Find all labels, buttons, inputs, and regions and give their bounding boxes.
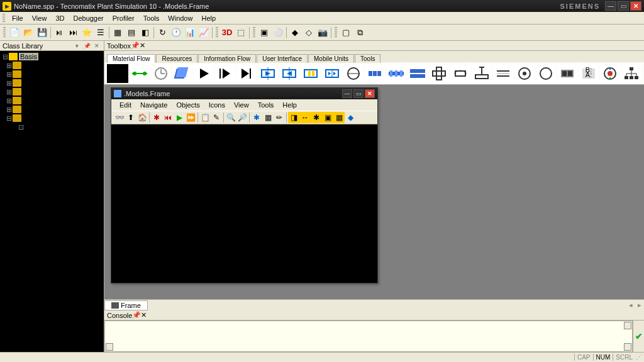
star-icon[interactable]: ⭐ (80, 26, 94, 40)
toolbar-icon[interactable]: ◧ (138, 26, 152, 40)
menu-profiler[interactable]: Profiler (108, 13, 139, 23)
profile2-icon[interactable]: ◇ (302, 26, 316, 40)
tab-user-interface[interactable]: User Interface (257, 54, 308, 63)
pin-icon[interactable]: 📌 (132, 311, 141, 319)
open-icon[interactable]: 📂 (21, 26, 35, 40)
menu-tools[interactable]: Tools (139, 13, 164, 23)
3d-open-icon[interactable]: ⬚ (234, 26, 248, 40)
frame-tab[interactable]: Frame (104, 300, 148, 310)
transferstation-icon[interactable]: B:A: (579, 65, 599, 82)
yellow4-icon[interactable]: ▣ (322, 112, 333, 123)
play-icon[interactable]: ▶ (174, 112, 185, 123)
menu-window[interactable]: Window (164, 13, 197, 23)
sub-maximize-button[interactable]: ▭ (353, 89, 364, 98)
up-icon[interactable]: ⬆ (125, 112, 136, 123)
tab-material-flow[interactable]: Material Flow (107, 54, 155, 63)
3d-label[interactable]: 3D (220, 26, 234, 40)
buffer-icon[interactable] (301, 65, 321, 82)
rewind-icon[interactable]: ⏮ (162, 112, 174, 123)
sub-menu-navigate[interactable]: Navigate (136, 100, 172, 110)
tab-resources[interactable]: Resources (156, 54, 197, 63)
clock-icon[interactable]: 🕐 (169, 26, 183, 40)
flowcontrol-icon[interactable] (514, 65, 535, 82)
tree-item[interactable]: ⊞ (1, 79, 103, 87)
maximize-button[interactable]: ▭ (618, 1, 629, 11)
pencil-icon[interactable]: ✏ (274, 112, 285, 123)
pin-icon[interactable]: 📌 (82, 41, 91, 50)
zoomin-icon[interactable]: 🔎 (236, 112, 248, 123)
scroll-up-icon[interactable] (624, 322, 631, 329)
sub-menu-view[interactable]: View (230, 100, 253, 110)
sub-minimize-button[interactable]: — (342, 89, 352, 98)
tree-item[interactable]: ⊞ (1, 61, 103, 70)
step-icon[interactable]: ⏭ (66, 26, 80, 40)
model-icon[interactable]: ▦ (111, 26, 125, 40)
window-icon[interactable]: ▢ (339, 26, 353, 40)
network-icon[interactable] (621, 65, 641, 82)
yellow2-icon[interactable]: ↔ (299, 112, 311, 123)
track-icon[interactable] (386, 65, 406, 82)
drain-icon[interactable] (236, 65, 257, 82)
new-icon[interactable]: 📄 (8, 26, 21, 40)
interface-icon[interactable] (557, 65, 577, 82)
console-icon[interactable]: ▤ (125, 26, 138, 40)
minimize-button[interactable]: — (605, 1, 616, 11)
eventcontroller-icon[interactable] (151, 65, 171, 82)
list-icon[interactable]: ☰ (94, 26, 108, 40)
class-tree[interactable]: ⊟Basis ⊞ ⊞ ⊞ ⊞ ⊞ ⊞ ⊟ ⊡ (0, 51, 104, 352)
sub-menu-tools[interactable]: Tools (253, 100, 279, 110)
grid-icon[interactable]: ▦ (262, 112, 274, 123)
tree-leaf[interactable]: ⊡ (1, 123, 103, 131)
close-panel-icon[interactable]: ✕ (92, 41, 101, 50)
placebuffer-icon[interactable] (322, 65, 342, 82)
parallelproc-icon[interactable] (215, 65, 235, 82)
tree-root[interactable]: ⊟Basis (1, 52, 103, 61)
camera-icon[interactable]: 📷 (316, 26, 330, 40)
home-icon[interactable]: 🏠 (136, 112, 148, 123)
menu-debugger[interactable]: Debugger (69, 13, 108, 23)
singleproc-icon[interactable] (194, 65, 214, 82)
close-panel-icon[interactable]: ✕ (141, 311, 147, 319)
close-button[interactable]: ✕ (630, 1, 641, 11)
sub-close-button[interactable]: ✕ (365, 89, 375, 98)
yellow5-icon[interactable]: ▦ (333, 112, 345, 123)
sub-menu-objects[interactable]: Objects (172, 100, 204, 110)
clipboard-icon[interactable]: 📋 (199, 112, 211, 123)
reset-icon[interactable]: ✱ (151, 112, 162, 123)
source-icon[interactable] (172, 65, 192, 82)
resize-grip-icon[interactable]: ⋰ (635, 353, 644, 361)
line-icon[interactable] (365, 65, 385, 82)
connector-icon[interactable] (130, 65, 150, 82)
debug-icon[interactable]: ▣ (257, 26, 271, 40)
cycle-icon[interactable] (536, 65, 556, 82)
tree-item[interactable]: ⊞ (1, 70, 103, 79)
tree-item[interactable]: ⊞ (1, 87, 103, 96)
dismantle-icon[interactable] (279, 65, 299, 82)
tree-item[interactable]: ⊞ (1, 105, 103, 114)
tree-item[interactable]: ⊟ (1, 114, 103, 123)
save-icon[interactable]: 💾 (35, 26, 49, 40)
breakpoint-icon[interactable]: ⚪ (271, 26, 285, 40)
twolanetrack-icon[interactable] (408, 65, 428, 82)
sorter-icon[interactable] (493, 65, 513, 82)
menu-3d[interactable]: 3D (51, 13, 69, 23)
tab-mobile-units[interactable]: Mobile Units (308, 54, 354, 63)
store-icon[interactable] (343, 65, 364, 82)
close-panel-icon[interactable]: ✕ (140, 41, 145, 50)
chart-icon[interactable]: 📊 (183, 26, 197, 40)
frame-canvas[interactable] (111, 124, 377, 283)
event-controller-icon[interactable]: ⏯ (52, 26, 66, 40)
tab-information-flow[interactable]: Information Flow (198, 54, 256, 63)
tree-item[interactable]: ⊞ (1, 96, 103, 105)
menu-help[interactable]: Help (197, 13, 220, 23)
diamond-icon[interactable]: ◆ (345, 112, 356, 123)
refresh-icon[interactable]: ↻ (155, 26, 169, 40)
pin-icon[interactable]: 📌 (131, 41, 140, 50)
assembly-icon[interactable] (258, 65, 278, 82)
menu-file[interactable]: File (8, 13, 28, 23)
chart2-icon[interactable]: 📈 (197, 26, 211, 40)
windows-icon[interactable]: ⧉ (353, 26, 367, 40)
dropdown-icon[interactable]: ▾ (72, 41, 81, 50)
sub-menu-icons[interactable]: Icons (204, 100, 230, 110)
subwindow-titlebar[interactable]: .Models.Frame — ▭ ✕ (111, 88, 377, 99)
